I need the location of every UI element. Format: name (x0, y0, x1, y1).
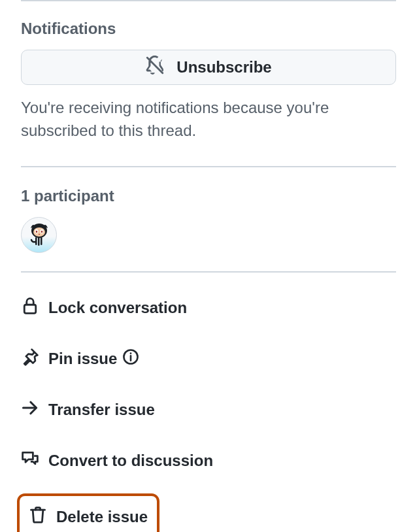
actions-list: Lock conversation Pin issue (21, 293, 396, 532)
participants-title: 1 participant (21, 187, 396, 205)
svg-point-5 (41, 231, 42, 233)
svg-rect-8 (38, 237, 40, 246)
trash-icon (29, 506, 47, 528)
convert-discussion-action[interactable]: Convert to discussion (21, 446, 396, 475)
notifications-title: Notifications (21, 20, 396, 38)
svg-point-6 (39, 234, 40, 235)
lock-conversation-action[interactable]: Lock conversation (21, 293, 396, 322)
top-divider (21, 0, 396, 1)
pin-icon (21, 348, 39, 370)
participant-avatar[interactable] (21, 217, 57, 253)
svg-point-13 (130, 352, 132, 354)
arrow-right-icon (21, 399, 39, 421)
convert-discussion-label: Convert to discussion (48, 452, 213, 470)
svg-point-4 (35, 231, 37, 233)
unsubscribe-button[interactable]: Unsubscribe (21, 50, 396, 85)
lock-icon (21, 297, 39, 319)
notifications-note: You're receiving notifications because y… (21, 97, 396, 142)
svg-point-1 (33, 227, 45, 237)
transfer-issue-action[interactable]: Transfer issue (21, 395, 396, 424)
svg-rect-9 (41, 237, 42, 245)
divider-2 (21, 271, 396, 273)
lock-conversation-label: Lock conversation (48, 299, 187, 317)
pin-issue-action[interactable]: Pin issue (21, 344, 396, 373)
divider-1 (21, 166, 396, 167)
unsubscribe-label: Unsubscribe (176, 58, 271, 76)
pin-issue-label: Pin issue (48, 350, 117, 368)
delete-issue-label: Delete issue (56, 508, 148, 526)
delete-issue-highlight: Delete issue (17, 493, 159, 532)
discussion-icon (21, 450, 39, 472)
delete-issue-action[interactable]: Delete issue (29, 503, 148, 531)
transfer-issue-label: Transfer issue (48, 401, 155, 419)
octocat-icon (26, 220, 52, 249)
info-icon[interactable] (122, 348, 139, 369)
bell-slash-icon (145, 56, 165, 79)
svg-rect-10 (24, 305, 36, 313)
